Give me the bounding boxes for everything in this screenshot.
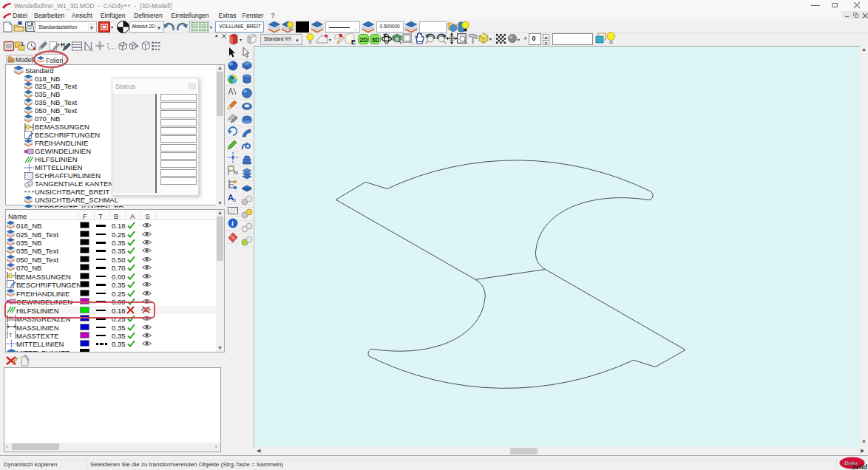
svg-text:Solid: Solid (852, 463, 868, 470)
svg-text:N: N (234, 169, 238, 176)
svg-text:2D: 2D (359, 36, 368, 44)
svg-text:E: E (351, 38, 356, 46)
svg-text:H: H (61, 41, 65, 48)
svg-text:T: T (9, 332, 13, 338)
svg-text:b: b (233, 197, 236, 202)
svg-text:1: 1 (21, 41, 24, 47)
svg-text:i: i (231, 219, 234, 228)
